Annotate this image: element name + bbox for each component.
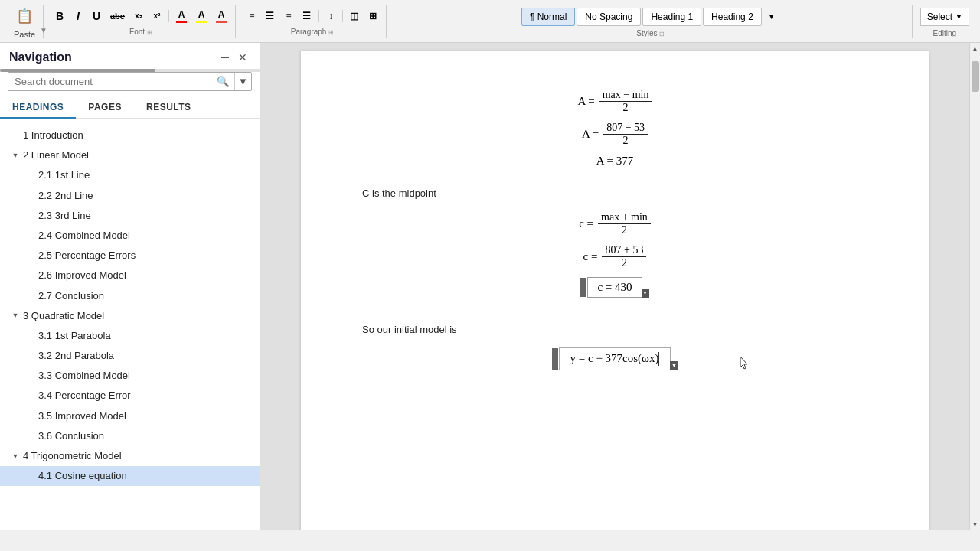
model-eq-dropdown[interactable]: ▼ [670,361,678,370]
nav-tabs: HEADINGS PAGES RESULTS [0,97,260,119]
nav-close-button[interactable]: ✕ [235,51,250,64]
tree-item-2-7[interactable]: 2.7 Conclusion [0,286,260,306]
eq3: A = 377 [596,155,633,168]
subscript-button[interactable]: x₂ [130,8,147,24]
tree-item-introduction[interactable]: 1 Introduction [0,126,260,145]
main-layout: Navigation ─ ✕ 🔍 ▼ HEADINGS PAGES RESULT… [0,43,980,530]
styles-section-label: Styles [636,29,657,37]
clipboard-section: 📋 Paste ▼ [6,5,44,38]
equation-amplitude-calc: A = 807 − 53 2 [362,122,867,147]
tree-item-3-3[interactable]: 3.3 Combined Model [0,366,260,386]
align-justify-button[interactable]: ☰ [299,8,315,24]
superscript-button[interactable]: x² [149,8,165,24]
tree-item-2-3[interactable]: 2.3 3rd Line [0,206,260,226]
style-no-spacing-button[interactable]: No Spacing [577,8,641,26]
paragraph-section: ≡ ☰ ≡ ☰ ↕ ◫ ⊞ Paragraph ⊞ [239,5,387,38]
tree-item-3-5[interactable]: 3.5 Improved Model [0,406,260,426]
right-scrollbar: ▲ ▼ [969,43,980,530]
italic-button[interactable]: I [70,8,87,24]
tree-item-3-4[interactable]: 3.4 Percentage Error [0,386,260,406]
equation-midpoint-result: c = 430 ▼ [362,277,867,298]
document-area[interactable]: A = max − min 2 A = 807 − 53 2 [260,43,980,530]
borders-button[interactable]: ⊞ [364,8,381,24]
eq-left-handle [580,278,586,297]
tree-item-2-5[interactable]: 2.5 Percentage Errors [0,246,260,266]
mouse-cursor [739,355,751,373]
paste-label: Paste [14,30,35,39]
tree-item-3-2[interactable]: 3.2 2nd Parabola [0,346,260,366]
font-section: B I U abc x₂ x² A A A [47,5,236,38]
paste-button[interactable]: 📋 [11,4,38,28]
scroll-down-button[interactable]: ▼ [970,519,981,530]
model-eq-left-handle [552,348,558,370]
styles-expand-button[interactable]: ▼ [763,8,780,25]
scroll-track[interactable] [970,54,981,519]
nav-tree: 1 Introduction 2 Linear Model 2.1 1st Li… [0,122,260,530]
styles-section: ¶ Normal No Spacing Heading 1 Heading 2 … [390,5,913,38]
tree-item-2-2[interactable]: 2.2 2nd Line [0,186,260,206]
tab-headings[interactable]: HEADINGS [0,97,76,119]
align-center-button[interactable]: ☰ [262,8,279,24]
select-button[interactable]: Select ▼ [920,8,969,26]
tree-collapse-quadratic[interactable] [9,310,21,322]
tree-item-2-1[interactable]: 2.1 1st Line [0,165,260,185]
equation-initial-model: y = c − 377cos(ωx) ▼ [362,347,867,370]
equation-amplitude-result: A = 377 [362,155,867,168]
tree-item-quadratic-model[interactable]: 3 Quadratic Model [0,306,260,326]
select-label: Select [927,11,952,22]
text-color-button[interactable]: A [212,8,230,24]
font-color-button[interactable]: A [172,8,191,24]
tree-item-2-6[interactable]: 2.6 Improved Model [0,266,260,285]
highlight-button[interactable]: A [192,8,211,24]
scroll-up-button[interactable]: ▲ [970,43,981,54]
eq6: c = 430 [597,281,632,294]
style-normal-button[interactable]: ¶ Normal [521,8,575,26]
tree-item-4-1[interactable]: 4.1 Cosine equation [0,466,260,486]
search-submit-button[interactable]: 🔍 [212,73,234,90]
tree-collapse-linear[interactable] [9,149,21,161]
editing-section-label: Editing [933,29,957,37]
bold-button[interactable]: B [51,8,68,24]
tree-item-trig-model[interactable]: 4 Trigonometric Model [0,446,260,466]
eq4-lhs: c = [579,217,593,230]
select-dropdown-icon: ▼ [956,13,962,21]
boxed-equation-model: y = c − 377cos(ωx) ▼ [559,347,671,370]
shading-button[interactable]: ◫ [346,8,363,24]
equation-amplitude-formula: A = max − min 2 [362,89,867,114]
align-left-button[interactable]: ≡ [243,8,260,24]
tree-item-3-1[interactable]: 3.1 1st Parabola [0,326,260,346]
nav-title: Navigation [9,51,72,64]
nav-pin-button[interactable]: ─ [218,51,232,64]
initial-model-text: So our initial model is [362,322,867,338]
font-section-label: Font [129,28,145,36]
equation-midpoint-calc: c = 807 + 53 2 [362,244,867,269]
nav-header: Navigation ─ ✕ [0,43,260,69]
paragraph-section-label: Paragraph [291,28,327,36]
boxed-equation-c430: c = 430 ▼ [587,277,642,298]
midpoint-text: C is the midpoint [362,186,867,202]
tree-collapse-trig[interactable] [9,450,21,462]
eq5-lhs: c = [583,250,598,263]
editing-section: Select ▼ Editing [916,5,974,38]
style-heading1-button[interactable]: Heading 1 [642,8,701,26]
line-spacing-button[interactable]: ↕ [322,8,339,24]
search-input[interactable] [8,73,212,90]
align-right-button[interactable]: ≡ [280,8,297,24]
tab-pages[interactable]: PAGES [76,97,134,119]
eq4-fraction: max + min 2 [598,211,651,236]
tree-item-linear-model[interactable]: 2 Linear Model [0,145,260,165]
search-options-button[interactable]: ▼ [234,73,251,90]
strikethrough-button[interactable]: abc [106,8,129,24]
document-page: A = max − min 2 A = 807 − 53 2 [301,51,929,530]
style-heading2-button[interactable]: Heading 2 [703,8,762,26]
search-box: 🔍 ▼ [8,72,252,91]
eq2-fraction: 807 − 53 2 [603,122,648,147]
scroll-thumb[interactable] [972,61,979,92]
tab-results[interactable]: RESULTS [134,97,204,119]
eq-dropdown-handle[interactable]: ▼ [642,289,649,298]
equation-midpoint-formula: c = max + min 2 [362,211,867,236]
underline-button[interactable]: U [88,8,105,24]
eq7: y = c − 377cos(ωx) [570,352,659,365]
tree-item-2-4[interactable]: 2.4 Combined Model [0,226,260,246]
tree-item-3-6[interactable]: 3.6 Conclusion [0,426,260,446]
